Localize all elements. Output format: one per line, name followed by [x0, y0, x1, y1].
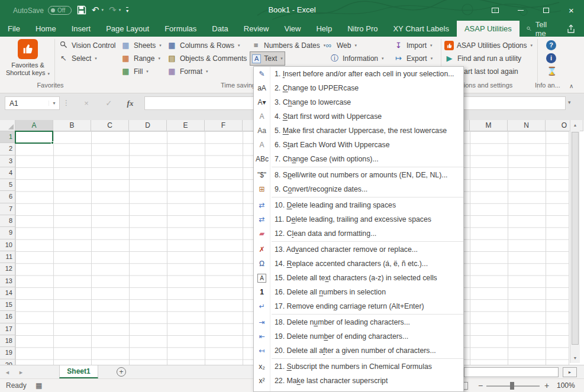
menu-item-1[interactable]: ✎1. Insert before and/or after each cell…	[254, 67, 463, 81]
information-button[interactable]: ⓘ Information ▾	[328, 52, 386, 65]
close-button[interactable]: ×	[559, 0, 584, 21]
menu-item-12[interactable]: ▰12. Clean data and formatting...	[254, 226, 463, 241]
row-header-13[interactable]: 13	[0, 276, 15, 287]
menu-item-7[interactable]: ABc7. Change Case (with options)...	[254, 152, 463, 166]
row-header-16[interactable]: 16	[0, 311, 15, 323]
menu-item-21[interactable]: x₂21. Subscript the numbers in Chemical …	[254, 359, 463, 374]
column-header-N[interactable]: N	[508, 120, 546, 131]
row-header-4[interactable]: 4	[0, 167, 15, 179]
scroll-down-icon[interactable]: ▼	[570, 353, 580, 363]
insert-function-button[interactable]: fx	[123, 96, 137, 110]
menu-item-6[interactable]: A6. Start Each Word With Uppercase	[254, 138, 463, 152]
menu-item-15[interactable]: A15. Delete all text characters (a-z) in…	[254, 271, 463, 285]
new-sheet-button[interactable]: +	[117, 367, 126, 377]
menu-item-9[interactable]: ⊞9. Convert/recognize dates...	[254, 182, 463, 196]
favorites-shortcut-keys-button[interactable]: Favorites & Shortcut keys ▾	[2, 38, 53, 79]
zoom-level-label[interactable]: 100%	[557, 381, 575, 390]
tab-nitro-pro[interactable]: Nitro Pro	[340, 21, 385, 37]
column-header-A[interactable]: A	[15, 120, 53, 131]
range-button[interactable]: ▦ Range ▾	[119, 52, 162, 65]
menu-item-11[interactable]: ⇄11. Delete leading, trailing and excess…	[254, 212, 463, 226]
vision-control-button[interactable]: Vision Control	[57, 39, 117, 52]
row-header-17[interactable]: 17	[0, 323, 15, 335]
row-header-19[interactable]: 19	[0, 347, 15, 359]
macro-record-icon[interactable]: ▦	[36, 381, 42, 390]
web-button[interactable]: ∞ Web ▾	[322, 39, 359, 52]
row-header-6[interactable]: 6	[0, 191, 15, 203]
asap-utilities-options-button[interactable]: ASAP Utilities Options ▾	[443, 39, 534, 52]
prev-sheet-icon[interactable]: ◄	[5, 370, 10, 375]
tab-view[interactable]: View	[276, 21, 308, 37]
maximize-button[interactable]	[533, 0, 559, 21]
sheet-tab-sheet1[interactable]: Sheet1	[59, 365, 98, 378]
row-header-12[interactable]: 12	[0, 263, 15, 275]
menu-item-17[interactable]: ↵17. Remove ending carriage return (Alt+…	[254, 299, 463, 313]
tab-page-layout[interactable]: Page Layout	[98, 21, 157, 37]
horizontal-scroll-thumb[interactable]	[464, 367, 559, 377]
row-header-8[interactable]: 8	[0, 215, 15, 227]
next-sheet-icon[interactable]: ►	[18, 370, 24, 375]
text-button[interactable]: A Text ▾	[250, 52, 285, 65]
select-button[interactable]: ↖ Select ▾	[57, 52, 99, 65]
row-header-10[interactable]: 10	[0, 239, 15, 251]
minimize-button[interactable]	[508, 0, 533, 21]
zoom-out-icon[interactable]: −	[478, 381, 483, 390]
column-header-F[interactable]: F	[205, 120, 243, 131]
menu-item-5[interactable]: Aa5. Make first character Uppercase, the…	[254, 124, 463, 138]
fill-button[interactable]: ▦ Fill ▾	[119, 65, 150, 78]
menu-item-8[interactable]: "$"8. Spell/write out numbers or amounts…	[254, 168, 463, 182]
row-header-18[interactable]: 18	[0, 335, 15, 347]
scroll-right-button[interactable]: ►	[563, 367, 577, 377]
menu-item-16[interactable]: 116. Delete all numbers in selection	[254, 285, 463, 299]
row-header-5[interactable]: 5	[0, 179, 15, 191]
column-header-D[interactable]: D	[129, 120, 167, 131]
menu-item-23[interactable]: x₂23. Make last character subscript	[254, 388, 463, 392]
row-header-1[interactable]: 1	[0, 131, 15, 143]
info-button[interactable]: i	[544, 51, 558, 64]
vertical-scroll-thumb[interactable]	[572, 132, 579, 345]
menu-item-4[interactable]: A4. Start first word with Uppercase	[254, 109, 463, 124]
numbers-dates-button[interactable]: ≡ Numbers & Dates ▾	[249, 39, 327, 52]
tab-insert[interactable]: Insert	[64, 21, 99, 37]
enter-button[interactable]: ✓	[102, 96, 116, 110]
sheets-button[interactable]: ▦ Sheets ▾	[119, 39, 163, 52]
find-run-utility-button[interactable]: ▶ Find and run a utility	[443, 52, 523, 65]
help-button[interactable]: ?	[544, 38, 558, 51]
tab-review[interactable]: Review	[236, 21, 277, 37]
row-header-3[interactable]: 3	[0, 155, 15, 167]
export-button[interactable]: ↦ Export ▾	[392, 52, 434, 65]
selected-cell-A1[interactable]	[15, 131, 53, 144]
column-header-M[interactable]: M	[470, 120, 508, 131]
tab-data[interactable]: Data	[204, 21, 235, 37]
tab-xy-chart-labels[interactable]: XY Chart Labels	[385, 21, 456, 37]
ribbon-display-options-button[interactable]: ↑	[482, 0, 508, 21]
row-header-2[interactable]: 2	[0, 143, 15, 155]
menu-item-10[interactable]: ⇄10. Delete leading and trailing spaces	[254, 198, 463, 212]
cancel-button[interactable]: ×	[79, 96, 93, 110]
format-button[interactable]: ▦ Format ▾	[165, 65, 210, 78]
menu-item-13[interactable]: ✗13. Advanced character remove or replac…	[254, 242, 463, 257]
row-header-11[interactable]: 11	[0, 251, 15, 263]
hourglass-button[interactable]: ⌛	[545, 64, 559, 77]
column-header-E[interactable]: E	[167, 120, 205, 131]
row-header-14[interactable]: 14	[0, 287, 15, 299]
vertical-scrollbar[interactable]: ▲ ▼	[570, 120, 580, 363]
menu-item-22[interactable]: x²22. Make last character superscript	[254, 374, 463, 388]
tab-help[interactable]: Help	[308, 21, 340, 37]
menu-item-18[interactable]: ⇥18. Delete number of leading characters…	[254, 315, 463, 329]
tab-home[interactable]: Home	[28, 21, 64, 37]
tell-me-box[interactable]: Tell me	[520, 21, 557, 37]
select-all-corner[interactable]	[0, 120, 15, 131]
tab-asap-utilities[interactable]: ASAP Utilities	[457, 21, 520, 37]
column-header-C[interactable]: C	[91, 120, 129, 131]
menu-item-2[interactable]: aA2. Change to UPPERcase	[254, 81, 463, 95]
share-button[interactable]	[557, 21, 584, 37]
collapse-ribbon-icon[interactable]: ∧	[569, 83, 573, 89]
tab-file[interactable]: File	[0, 21, 28, 37]
fill-handle[interactable]	[51, 141, 54, 144]
column-header-B[interactable]: B	[53, 120, 91, 131]
import-button[interactable]: ↧ Import ▾	[392, 39, 434, 52]
zoom-in-icon[interactable]: +	[544, 381, 549, 390]
objects-comments-button[interactable]: ▤ Objects & Comments ▾	[165, 52, 254, 65]
formula-bar-expand-icon[interactable]: ▾	[568, 99, 571, 105]
